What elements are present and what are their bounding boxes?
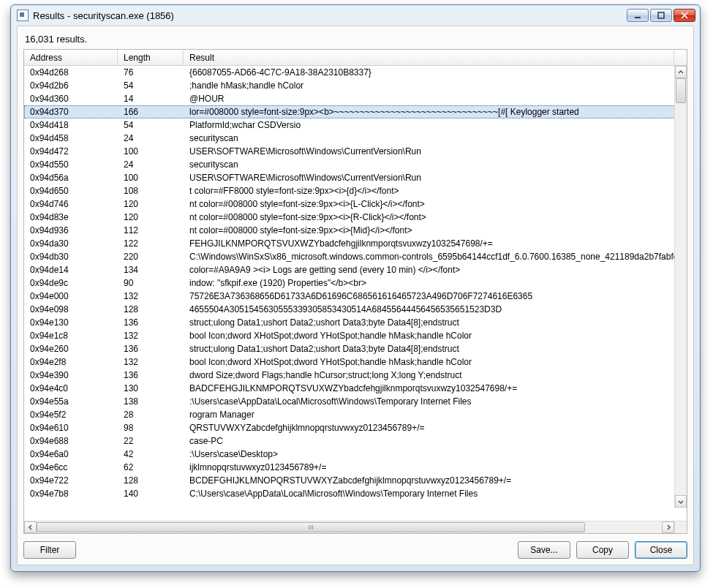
cell-result: :\Users\case\Desktop>: [184, 449, 687, 459]
table-row[interactable]: 0x94e260136struct;ulong Data1;ushort Dat…: [24, 342, 687, 355]
table-row[interactable]: 0x94d36014 @HOUR: [24, 92, 687, 105]
cell-result: ijklmnopqrstuvwxyz0123456789+/=: [184, 462, 687, 472]
table-row[interactable]: 0x94e55a138:\Users\case\AppData\Local\Mi…: [24, 395, 687, 408]
filter-button[interactable]: Filter: [23, 541, 76, 559]
cell-result: 75726E3A736368656D61733A6D61696C68656161…: [184, 291, 687, 301]
cell-address: 0x94da30: [24, 238, 118, 249]
cell-address: 0x94e1c8: [24, 331, 118, 341]
cell-length: 138: [118, 396, 184, 407]
table-row[interactable]: 0x94de9c90indow: "sfkpif.exe (1920) Prop…: [24, 276, 687, 290]
table-row[interactable]: 0x94db30220C:\Windows\WinSxS\x86_microso…: [24, 250, 687, 263]
table-row[interactable]: 0x94d370166lor=#008000 style=font-size:9…: [24, 105, 687, 118]
cell-length: 134: [118, 265, 184, 275]
cell-address: 0x94d56a: [24, 173, 118, 183]
minimize-button[interactable]: [627, 9, 649, 22]
table-row[interactable]: 0x94d83e120nt color=#008000 style=font-s…: [24, 211, 687, 224]
close-icon: [681, 12, 688, 19]
table-row[interactable]: 0x94e61098QRSTUVWXYZabcdefghijklmnopqrst…: [24, 421, 687, 434]
cell-address: 0x94e000: [24, 291, 118, 301]
table-row[interactable]: 0x94d936112nt color=#008000 style=font-s…: [24, 224, 687, 237]
table-row[interactable]: 0x94e6a042:\Users\case\Desktop>: [24, 448, 687, 461]
column-header-result[interactable]: Result: [184, 50, 674, 65]
scroll-down-arrow[interactable]: [675, 495, 687, 508]
table-row[interactable]: 0x94d472100USER\SOFTWARE\Microsoft\Windo…: [24, 145, 687, 158]
cell-address: 0x94e2f8: [24, 357, 118, 367]
vscroll-track[interactable]: [675, 78, 687, 495]
hscroll-grip: III: [308, 524, 314, 531]
cell-address: 0x94e688: [24, 436, 118, 446]
table-row[interactable]: 0x94e2f8132bool Icon;dword XHotSpot;dwor…: [24, 355, 687, 369]
titlebar[interactable]: Results - securityscan.exe (1856): [11, 5, 700, 26]
scroll-left-arrow[interactable]: [24, 521, 37, 533]
cell-length: 54: [118, 120, 184, 130]
button-row: Filter Save... Copy Close: [23, 541, 687, 559]
cell-address: 0x94d2b6: [24, 80, 118, 91]
cell-address: 0x94e098: [24, 304, 118, 314]
cell-length: 132: [118, 331, 184, 341]
table-row[interactable]: 0x94d41854 PlatformId;wchar CSDVersio: [24, 118, 687, 132]
cell-result: indow: "sfkpif.exe (1920) Properties"</b…: [184, 278, 687, 288]
table-row[interactable]: 0x94e6cc62ijklmnopqrstuvwxyz0123456789+/…: [24, 461, 687, 474]
table-row[interactable]: 0x94e0981284655504A305154563055533930585…: [24, 303, 687, 316]
vscroll-thumb[interactable]: [676, 78, 686, 103]
cell-address: 0x94de9c: [24, 278, 118, 288]
cell-length: 14: [118, 94, 184, 104]
scroll-up-arrow[interactable]: [675, 66, 687, 78]
table-row[interactable]: 0x94e7b8140C:\Users\case\AppData\Local\M…: [24, 487, 687, 500]
cell-address: 0x94e4c0: [24, 383, 118, 393]
close-window-button[interactable]: [674, 9, 695, 22]
scroll-corner: [674, 521, 687, 534]
horizontal-scrollbar[interactable]: III: [24, 521, 687, 533]
table-row[interactable]: 0x94e390136dword Size;dword Flags;handle…: [24, 369, 687, 382]
cell-address: 0x94e390: [24, 370, 118, 380]
table-row[interactable]: 0x94de14134color=#A9A9A9 ><i> Logs are g…: [24, 263, 687, 276]
cell-result: nt color=#008000 style=font-size:9px><i>…: [184, 225, 687, 235]
svg-rect-1: [658, 12, 664, 18]
cell-length: 112: [118, 225, 184, 235]
table-row[interactable]: 0x94d55024securityscan: [24, 158, 687, 171]
hscroll-track[interactable]: III: [37, 521, 674, 533]
table-row[interactable]: 0x94d746120nt color=#008000 style=font-s…: [24, 197, 687, 211]
close-button[interactable]: Close: [635, 541, 687, 559]
hscroll-thumb[interactable]: III: [37, 522, 585, 532]
table-row[interactable]: 0x94d650108t color=#FF8000 style=font-si…: [24, 184, 687, 197]
cell-address: 0x94de14: [24, 265, 118, 275]
vertical-scrollbar[interactable]: [674, 66, 687, 508]
cell-address: 0x94e55a: [24, 396, 118, 407]
table-row[interactable]: 0x94e130136struct;ulong Data1;ushort Dat…: [24, 316, 687, 329]
table-row[interactable]: 0x94e1c8132bool Icon;dword XHotSpot;dwor…: [24, 329, 687, 342]
cell-result: USER\SOFTWARE\Microsoft\Windows\CurrentV…: [184, 146, 687, 157]
table-row[interactable]: 0x94da30122FEHGJILKNMPORQTSVUXWZYbadcfeh…: [24, 237, 687, 250]
client-area: 16,031 results. Address Length Result 0x…: [17, 26, 694, 565]
table-row[interactable]: 0x94d45824securityscan: [24, 132, 687, 145]
cell-length: 130: [118, 383, 184, 393]
column-header-address[interactable]: Address: [24, 50, 118, 65]
table-row[interactable]: 0x94e00013275726E3A736368656D61733A6D616…: [24, 290, 687, 303]
cell-length: 136: [118, 344, 184, 354]
column-header-length[interactable]: Length: [118, 50, 184, 65]
table-row[interactable]: 0x94e5f228rogram Manager: [24, 408, 687, 421]
table-row[interactable]: 0x94d26876{66087055-AD66-4C7C-9A18-38A23…: [24, 66, 687, 79]
scroll-right-arrow[interactable]: [662, 521, 674, 533]
table-row[interactable]: 0x94d56a100USER\SOFTWARE\Microsoft\Windo…: [24, 171, 687, 184]
cell-length: 120: [118, 212, 184, 222]
cell-result: FEHGJILKNMPORQTSVUXWZYbadcfehgjilknmporq…: [184, 238, 687, 249]
cell-address: 0x94d936: [24, 225, 118, 235]
cell-result: color=#A9A9A9 ><i> Logs are getting send…: [184, 265, 687, 275]
table-row[interactable]: 0x94d2b654;handle hMask;handle hColor: [24, 79, 687, 92]
save-button[interactable]: Save...: [518, 541, 570, 559]
cell-length: 122: [118, 238, 184, 249]
copy-button[interactable]: Copy: [576, 541, 629, 559]
cell-result: struct;ulong Data1;ushort Data2;ushort D…: [184, 317, 687, 328]
cell-address: 0x94e722: [24, 475, 118, 486]
cell-length: 100: [118, 173, 184, 183]
cell-length: 140: [118, 489, 184, 499]
table-row[interactable]: 0x94e4c0130BADCFEHGJILKNMPORQTSVUXWZYbad…: [24, 382, 687, 395]
maximize-button[interactable]: [650, 9, 672, 22]
table-row[interactable]: 0x94e68822case-PC: [24, 434, 687, 448]
table-row[interactable]: 0x94e722128BCDEFGHIJKLMNOPQRSTUVWXYZabcd…: [24, 474, 687, 487]
cell-length: 128: [118, 475, 184, 486]
results-window: Results - securityscan.exe (1856) 16,031…: [10, 4, 701, 572]
app-icon: [17, 10, 29, 21]
cell-address: 0x94e610: [24, 423, 118, 433]
